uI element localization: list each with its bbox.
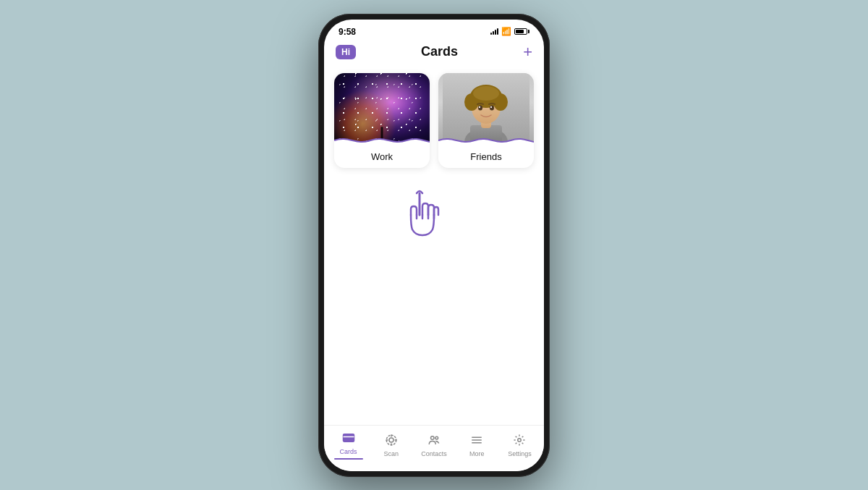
settings-tab-label: Settings xyxy=(508,450,532,457)
person-svg xyxy=(438,73,534,145)
scan-tab-label: Scan xyxy=(384,450,399,457)
contacts-tab-label: Contacts xyxy=(421,450,447,457)
stars-decoration xyxy=(334,73,430,145)
card-work-image xyxy=(334,73,430,145)
svg-point-8 xyxy=(473,86,499,101)
work-galaxy-image xyxy=(334,73,430,145)
hi-button[interactable]: Hi xyxy=(336,45,356,59)
tab-bar: Cards Scan xyxy=(324,425,544,471)
status-bar: 9:58 📶 xyxy=(324,20,544,40)
cards-tab-indicator xyxy=(334,458,363,460)
card-friends-image xyxy=(438,73,534,145)
svg-point-22 xyxy=(518,438,522,442)
signal-icon xyxy=(490,28,498,35)
header-title: Cards xyxy=(421,44,458,59)
friends-card-wave xyxy=(438,135,534,145)
cards-tab-label: Cards xyxy=(340,448,357,455)
tab-more[interactable]: More xyxy=(456,434,498,457)
svg-point-17 xyxy=(431,436,435,439)
svg-point-15 xyxy=(389,438,393,442)
add-card-button[interactable]: + xyxy=(523,44,532,60)
card-work[interactable]: Work xyxy=(334,73,430,168)
more-tab-icon xyxy=(470,434,483,449)
svg-point-9 xyxy=(478,105,482,110)
tab-settings[interactable]: Settings xyxy=(498,434,541,457)
svg-rect-13 xyxy=(343,434,354,442)
phone-device: 9:58 📶 Hi Cards + xyxy=(318,14,550,477)
status-time: 9:58 xyxy=(339,27,356,37)
phone-screen: 9:58 📶 Hi Cards + xyxy=(324,20,544,471)
settings-tab-icon xyxy=(513,434,526,449)
contacts-tab-icon xyxy=(427,434,441,449)
svg-point-10 xyxy=(490,105,494,110)
svg-point-11 xyxy=(479,106,480,107)
more-tab-label: More xyxy=(469,450,485,457)
cards-grid: Work xyxy=(324,67,544,425)
scan-tab-icon xyxy=(385,434,398,449)
cards-tab-icon xyxy=(342,431,355,447)
battery-icon xyxy=(514,28,529,35)
app-header: Hi Cards + xyxy=(324,40,544,67)
svg-point-18 xyxy=(435,436,438,439)
tab-cards[interactable]: Cards xyxy=(327,431,370,460)
tab-contacts[interactable]: Contacts xyxy=(412,434,455,457)
status-icons: 📶 xyxy=(490,27,529,36)
card-work-label: Work xyxy=(334,145,430,168)
wifi-icon: 📶 xyxy=(501,27,511,36)
friends-person-image xyxy=(438,73,534,145)
card-friends[interactable]: Friends xyxy=(438,73,534,168)
tab-scan[interactable]: Scan xyxy=(370,434,412,457)
card-friends-label: Friends xyxy=(438,145,534,168)
svg-point-12 xyxy=(490,106,492,107)
work-card-wave xyxy=(334,135,430,145)
